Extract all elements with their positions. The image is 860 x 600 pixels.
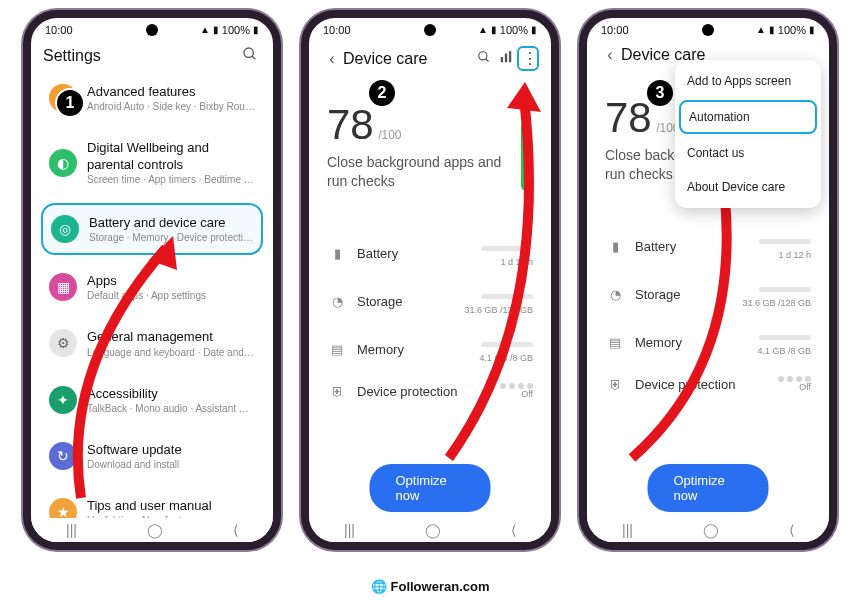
stat-memory[interactable]: ▤ Memory 4.1 GB /8 GB xyxy=(319,325,541,373)
stat-storage[interactable]: ◔ Storage 31.6 GB /128 GB xyxy=(597,270,819,318)
step-badge: 3 xyxy=(645,78,675,108)
camera-notch xyxy=(146,24,158,36)
step-badge: 1 xyxy=(55,88,85,118)
nav-home-icon[interactable]: ◯ xyxy=(147,522,163,538)
svg-line-1 xyxy=(252,56,255,59)
back-icon[interactable]: ‹ xyxy=(599,46,621,64)
score-message: Close background apps and run checks xyxy=(327,153,521,191)
optimize-now-button[interactable]: Optimize now xyxy=(648,464,769,512)
camera-notch xyxy=(702,24,714,36)
nav-recent-icon[interactable]: ||| xyxy=(622,522,633,538)
wellbeing-icon: ◐ xyxy=(49,149,77,177)
svg-point-0 xyxy=(244,48,253,57)
settings-row-general-management[interactable]: ⚙ General managementLanguage and keyboar… xyxy=(41,319,263,367)
svg-point-2 xyxy=(479,51,487,59)
score-denominator: /100 xyxy=(378,128,401,142)
svg-rect-5 xyxy=(505,53,507,62)
svg-line-3 xyxy=(486,58,489,61)
battery-text: 100% xyxy=(778,24,806,36)
more-options-menu: Add to Apps screen Automation Contact us… xyxy=(675,60,821,208)
svg-rect-6 xyxy=(509,51,511,62)
device-score: 78 /100 Close background apps and run ch… xyxy=(319,79,541,199)
settings-row-apps[interactable]: ▦ AppsDefault apps · App settings xyxy=(41,263,263,311)
stat-battery[interactable]: ▮ Battery 1 d 12 h xyxy=(319,229,541,277)
nav-bar: ||| ◯ ⟨ xyxy=(31,518,273,542)
phone-screen-1: 10:00 ▲ ▮ 100% ▮ Settings 1 ⬮ Advanced f… xyxy=(23,10,281,550)
shield-icon: ⛨ xyxy=(327,384,347,399)
storage-icon: ◔ xyxy=(605,287,625,302)
svg-rect-4 xyxy=(501,57,503,62)
status-time: 10:00 xyxy=(601,24,629,36)
status-time: 10:00 xyxy=(323,24,351,36)
settings-header: Settings xyxy=(31,38,273,74)
battery-icon: ▮ xyxy=(605,239,625,254)
memory-icon: ▤ xyxy=(327,342,347,357)
shield-icon: ⛨ xyxy=(605,377,625,392)
battery-icon: ▮ xyxy=(253,25,259,35)
battery-text: 100% xyxy=(222,24,250,36)
menu-automation[interactable]: Automation xyxy=(679,100,817,134)
battery-text: 100% xyxy=(500,24,528,36)
nav-back-icon[interactable]: ⟨ xyxy=(511,522,516,538)
stat-storage[interactable]: ◔ Storage 31.6 GB /128 GB xyxy=(319,277,541,325)
nav-bar: ||| ◯ ⟨ xyxy=(587,518,829,542)
wifi-icon: ▲ xyxy=(478,25,488,35)
score-bar xyxy=(521,107,531,191)
wifi-icon: ▲ xyxy=(756,25,766,35)
nav-back-icon[interactable]: ⟨ xyxy=(233,522,238,538)
optimize-now-button[interactable]: Optimize now xyxy=(370,464,491,512)
phone-screen-3: 10:00 ▲ ▮ 100% ▮ ‹ Device care 3 Add to … xyxy=(579,10,837,550)
menu-about-device-care[interactable]: About Device care xyxy=(675,170,821,204)
settings-row-software-update[interactable]: ↻ Software updateDownload and install xyxy=(41,432,263,480)
settings-row-digital-wellbeing[interactable]: ◐ Digital Wellbeing and parental control… xyxy=(41,130,263,195)
update-icon: ↻ xyxy=(49,442,77,470)
device-care-icon: ◎ xyxy=(51,215,79,243)
nav-back-icon[interactable]: ⟨ xyxy=(789,522,794,538)
footer-credit: 🌐Followeran.com xyxy=(0,579,860,594)
settings-row-accessibility[interactable]: ✦ AccessibilityTalkBack · Mono audio · A… xyxy=(41,376,263,424)
menu-contact-us[interactable]: Contact us xyxy=(675,136,821,170)
battery-icon: ▮ xyxy=(531,25,537,35)
device-care-header: ‹ Device care ⋮ xyxy=(309,38,551,79)
accessibility-icon: ✦ xyxy=(49,386,77,414)
nav-recent-icon[interactable]: ||| xyxy=(66,522,77,538)
nav-bar: ||| ◯ ⟨ xyxy=(309,518,551,542)
apps-icon: ▦ xyxy=(49,273,77,301)
settings-row-battery-device-care[interactable]: ◎ Battery and device careStorage · Memor… xyxy=(41,203,263,255)
stat-battery[interactable]: ▮ Battery 1 d 12 h xyxy=(597,222,819,270)
stat-memory[interactable]: ▤ Memory 4.1 GB /8 GB xyxy=(597,318,819,366)
storage-icon: ◔ xyxy=(327,294,347,309)
nav-home-icon[interactable]: ◯ xyxy=(703,522,719,538)
more-options-icon[interactable]: ⋮ xyxy=(517,46,539,71)
stat-device-protection[interactable]: ⛨ Device protection Off xyxy=(319,373,541,409)
page-title: Device care xyxy=(343,50,473,68)
memory-icon: ▤ xyxy=(605,335,625,350)
search-icon[interactable] xyxy=(239,46,261,66)
back-icon[interactable]: ‹ xyxy=(321,50,343,68)
nav-home-icon[interactable]: ◯ xyxy=(425,522,441,538)
page-title: Settings xyxy=(43,47,239,65)
nav-recent-icon[interactable]: ||| xyxy=(344,522,355,538)
signal-icon: ▮ xyxy=(213,25,219,35)
battery-icon: ▮ xyxy=(327,246,347,261)
settings-row-about-phone[interactable]: ⓘ About phoneStatus · Legal information … xyxy=(41,544,263,550)
general-icon: ⚙ xyxy=(49,329,77,357)
wifi-icon: ▲ xyxy=(200,25,210,35)
score-value: 78 xyxy=(327,101,374,149)
step-badge: 2 xyxy=(367,78,397,108)
camera-notch xyxy=(424,24,436,36)
signal-icon: ▮ xyxy=(491,25,497,35)
signal-icon: ▮ xyxy=(769,25,775,35)
battery-icon: ▮ xyxy=(809,25,815,35)
score-value: 78 xyxy=(605,94,652,142)
stat-device-protection[interactable]: ⛨ Device protection Off xyxy=(597,366,819,402)
chart-icon[interactable] xyxy=(495,50,517,68)
menu-add-to-apps[interactable]: Add to Apps screen xyxy=(675,64,821,98)
status-time: 10:00 xyxy=(45,24,73,36)
search-icon[interactable] xyxy=(473,50,495,68)
globe-icon: 🌐 xyxy=(371,579,387,594)
phone-screen-2: 10:00 ▲ ▮ 100% ▮ ‹ Device care ⋮ 2 78 xyxy=(301,10,559,550)
